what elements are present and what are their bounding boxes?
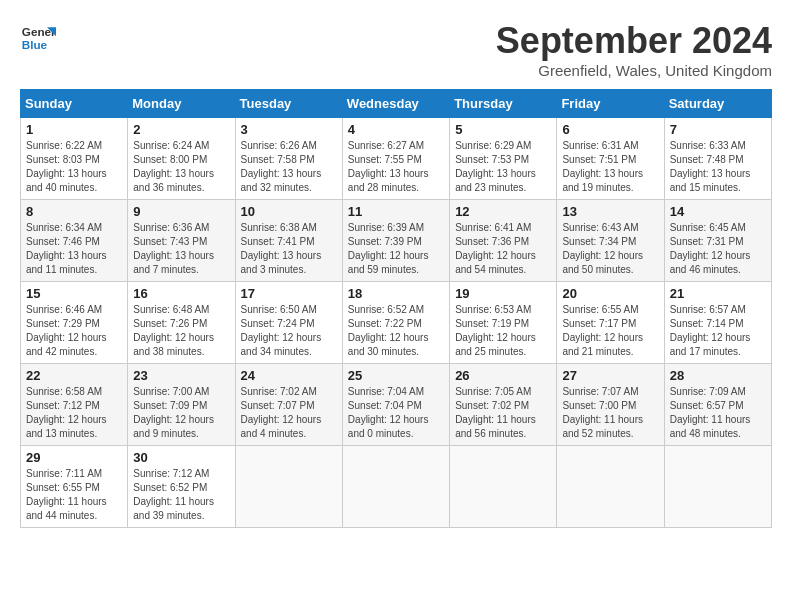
day-info: Sunrise: 6:46 AM Sunset: 7:29 PM Dayligh… <box>26 303 122 359</box>
logo: General Blue <box>20 20 56 56</box>
calendar-day-cell <box>342 446 449 528</box>
calendar-day-cell: 29Sunrise: 7:11 AM Sunset: 6:55 PM Dayli… <box>21 446 128 528</box>
month-title: September 2024 <box>496 20 772 62</box>
day-info: Sunrise: 6:45 AM Sunset: 7:31 PM Dayligh… <box>670 221 766 277</box>
calendar-day-cell: 3Sunrise: 6:26 AM Sunset: 7:58 PM Daylig… <box>235 118 342 200</box>
weekday-header-row: SundayMondayTuesdayWednesdayThursdayFrid… <box>21 90 772 118</box>
calendar-day-cell: 28Sunrise: 7:09 AM Sunset: 6:57 PM Dayli… <box>664 364 771 446</box>
title-area: September 2024 Greenfield, Wales, United… <box>496 20 772 79</box>
calendar-day-cell: 23Sunrise: 7:00 AM Sunset: 7:09 PM Dayli… <box>128 364 235 446</box>
day-number: 27 <box>562 368 658 383</box>
day-number: 14 <box>670 204 766 219</box>
day-info: Sunrise: 7:11 AM Sunset: 6:55 PM Dayligh… <box>26 467 122 523</box>
day-number: 28 <box>670 368 766 383</box>
calendar-day-cell: 21Sunrise: 6:57 AM Sunset: 7:14 PM Dayli… <box>664 282 771 364</box>
day-number: 5 <box>455 122 551 137</box>
day-info: Sunrise: 6:31 AM Sunset: 7:51 PM Dayligh… <box>562 139 658 195</box>
calendar-day-cell: 20Sunrise: 6:55 AM Sunset: 7:17 PM Dayli… <box>557 282 664 364</box>
calendar-day-cell: 26Sunrise: 7:05 AM Sunset: 7:02 PM Dayli… <box>450 364 557 446</box>
day-info: Sunrise: 7:00 AM Sunset: 7:09 PM Dayligh… <box>133 385 229 441</box>
day-number: 30 <box>133 450 229 465</box>
day-number: 15 <box>26 286 122 301</box>
calendar-day-cell: 6Sunrise: 6:31 AM Sunset: 7:51 PM Daylig… <box>557 118 664 200</box>
day-info: Sunrise: 7:04 AM Sunset: 7:04 PM Dayligh… <box>348 385 444 441</box>
calendar-day-cell: 27Sunrise: 7:07 AM Sunset: 7:00 PM Dayli… <box>557 364 664 446</box>
day-number: 7 <box>670 122 766 137</box>
day-number: 21 <box>670 286 766 301</box>
logo-icon: General Blue <box>20 20 56 56</box>
calendar-day-cell: 8Sunrise: 6:34 AM Sunset: 7:46 PM Daylig… <box>21 200 128 282</box>
weekday-header-cell: Saturday <box>664 90 771 118</box>
svg-text:Blue: Blue <box>22 38 48 51</box>
day-number: 29 <box>26 450 122 465</box>
calendar-day-cell: 10Sunrise: 6:38 AM Sunset: 7:41 PM Dayli… <box>235 200 342 282</box>
day-info: Sunrise: 7:12 AM Sunset: 6:52 PM Dayligh… <box>133 467 229 523</box>
calendar-week-row: 29Sunrise: 7:11 AM Sunset: 6:55 PM Dayli… <box>21 446 772 528</box>
day-number: 4 <box>348 122 444 137</box>
calendar-day-cell: 2Sunrise: 6:24 AM Sunset: 8:00 PM Daylig… <box>128 118 235 200</box>
day-number: 8 <box>26 204 122 219</box>
calendar-day-cell: 12Sunrise: 6:41 AM Sunset: 7:36 PM Dayli… <box>450 200 557 282</box>
day-number: 22 <box>26 368 122 383</box>
day-number: 18 <box>348 286 444 301</box>
calendar-day-cell: 25Sunrise: 7:04 AM Sunset: 7:04 PM Dayli… <box>342 364 449 446</box>
calendar-day-cell: 5Sunrise: 6:29 AM Sunset: 7:53 PM Daylig… <box>450 118 557 200</box>
calendar-day-cell: 19Sunrise: 6:53 AM Sunset: 7:19 PM Dayli… <box>450 282 557 364</box>
day-info: Sunrise: 6:29 AM Sunset: 7:53 PM Dayligh… <box>455 139 551 195</box>
day-info: Sunrise: 6:22 AM Sunset: 8:03 PM Dayligh… <box>26 139 122 195</box>
day-number: 2 <box>133 122 229 137</box>
calendar-day-cell: 17Sunrise: 6:50 AM Sunset: 7:24 PM Dayli… <box>235 282 342 364</box>
calendar-day-cell: 13Sunrise: 6:43 AM Sunset: 7:34 PM Dayli… <box>557 200 664 282</box>
calendar-day-cell: 7Sunrise: 6:33 AM Sunset: 7:48 PM Daylig… <box>664 118 771 200</box>
calendar-day-cell: 30Sunrise: 7:12 AM Sunset: 6:52 PM Dayli… <box>128 446 235 528</box>
calendar-week-row: 8Sunrise: 6:34 AM Sunset: 7:46 PM Daylig… <box>21 200 772 282</box>
day-number: 1 <box>26 122 122 137</box>
day-number: 24 <box>241 368 337 383</box>
calendar-day-cell: 14Sunrise: 6:45 AM Sunset: 7:31 PM Dayli… <box>664 200 771 282</box>
day-number: 11 <box>348 204 444 219</box>
day-number: 25 <box>348 368 444 383</box>
day-info: Sunrise: 6:52 AM Sunset: 7:22 PM Dayligh… <box>348 303 444 359</box>
calendar-day-cell: 9Sunrise: 6:36 AM Sunset: 7:43 PM Daylig… <box>128 200 235 282</box>
day-info: Sunrise: 6:43 AM Sunset: 7:34 PM Dayligh… <box>562 221 658 277</box>
day-info: Sunrise: 6:27 AM Sunset: 7:55 PM Dayligh… <box>348 139 444 195</box>
calendar-day-cell <box>235 446 342 528</box>
day-number: 3 <box>241 122 337 137</box>
day-info: Sunrise: 6:39 AM Sunset: 7:39 PM Dayligh… <box>348 221 444 277</box>
day-info: Sunrise: 7:09 AM Sunset: 6:57 PM Dayligh… <box>670 385 766 441</box>
day-number: 12 <box>455 204 551 219</box>
day-number: 17 <box>241 286 337 301</box>
day-number: 20 <box>562 286 658 301</box>
calendar-day-cell <box>557 446 664 528</box>
day-info: Sunrise: 6:58 AM Sunset: 7:12 PM Dayligh… <box>26 385 122 441</box>
day-info: Sunrise: 6:38 AM Sunset: 7:41 PM Dayligh… <box>241 221 337 277</box>
day-info: Sunrise: 6:48 AM Sunset: 7:26 PM Dayligh… <box>133 303 229 359</box>
day-info: Sunrise: 6:33 AM Sunset: 7:48 PM Dayligh… <box>670 139 766 195</box>
calendar-day-cell <box>450 446 557 528</box>
weekday-header-cell: Monday <box>128 90 235 118</box>
day-number: 6 <box>562 122 658 137</box>
day-info: Sunrise: 6:24 AM Sunset: 8:00 PM Dayligh… <box>133 139 229 195</box>
weekday-header-cell: Wednesday <box>342 90 449 118</box>
calendar-day-cell: 11Sunrise: 6:39 AM Sunset: 7:39 PM Dayli… <box>342 200 449 282</box>
calendar-day-cell: 15Sunrise: 6:46 AM Sunset: 7:29 PM Dayli… <box>21 282 128 364</box>
day-info: Sunrise: 6:57 AM Sunset: 7:14 PM Dayligh… <box>670 303 766 359</box>
calendar-day-cell: 16Sunrise: 6:48 AM Sunset: 7:26 PM Dayli… <box>128 282 235 364</box>
day-info: Sunrise: 6:26 AM Sunset: 7:58 PM Dayligh… <box>241 139 337 195</box>
day-info: Sunrise: 6:50 AM Sunset: 7:24 PM Dayligh… <box>241 303 337 359</box>
day-number: 19 <box>455 286 551 301</box>
weekday-header-cell: Sunday <box>21 90 128 118</box>
calendar-day-cell: 24Sunrise: 7:02 AM Sunset: 7:07 PM Dayli… <box>235 364 342 446</box>
day-info: Sunrise: 6:36 AM Sunset: 7:43 PM Dayligh… <box>133 221 229 277</box>
day-number: 9 <box>133 204 229 219</box>
location-title: Greenfield, Wales, United Kingdom <box>496 62 772 79</box>
calendar-day-cell: 18Sunrise: 6:52 AM Sunset: 7:22 PM Dayli… <box>342 282 449 364</box>
day-info: Sunrise: 7:07 AM Sunset: 7:00 PM Dayligh… <box>562 385 658 441</box>
day-info: Sunrise: 6:55 AM Sunset: 7:17 PM Dayligh… <box>562 303 658 359</box>
day-number: 13 <box>562 204 658 219</box>
svg-text:General: General <box>22 25 56 38</box>
day-number: 10 <box>241 204 337 219</box>
page-header: General Blue September 2024 Greenfield, … <box>20 20 772 79</box>
calendar-day-cell: 4Sunrise: 6:27 AM Sunset: 7:55 PM Daylig… <box>342 118 449 200</box>
day-info: Sunrise: 6:34 AM Sunset: 7:46 PM Dayligh… <box>26 221 122 277</box>
